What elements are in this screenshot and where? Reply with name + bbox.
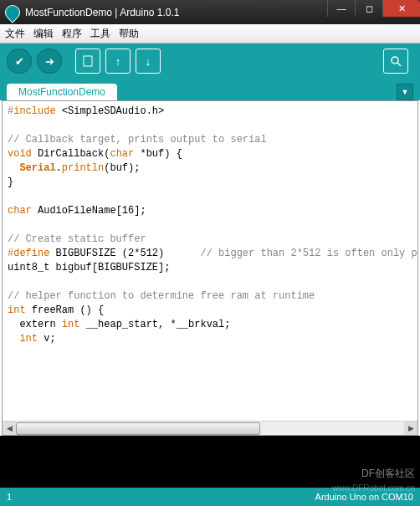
menu-bar: 文件 编辑 程序 工具 帮助 (0, 24, 420, 43)
open-button[interactable]: ↑ (105, 49, 131, 74)
scroll-right-arrow[interactable]: ▶ (404, 422, 417, 435)
toolbar: ✔ ➔ ↑ ↓ (0, 43, 420, 79)
maximize-button[interactable]: ◻ (355, 0, 382, 17)
code-text: #include (8, 105, 56, 117)
code-text: int (62, 319, 80, 330)
code-text: int (8, 333, 38, 345)
code-text: DirCallback( (32, 148, 110, 160)
window-controls: — ◻ ✕ (327, 0, 420, 24)
code-text: AudioFileName[16]; (32, 205, 146, 217)
code-text: v; (38, 333, 56, 345)
tab-menu-button[interactable]: ▼ (397, 84, 413, 100)
status-board-port: Arduino Uno on COM10 (315, 492, 413, 502)
code-text: BIGBUFSIZE (2*512) (49, 248, 200, 259)
menu-sketch[interactable]: 程序 (62, 27, 82, 41)
code-text: char (110, 148, 134, 160)
svg-line-2 (397, 63, 401, 66)
scroll-thumb[interactable] (16, 422, 260, 435)
horizontal-scrollbar[interactable]: ◀ ▶ (3, 421, 417, 435)
window-title: MostFunctionDemo | Arduino 1.0.1 (25, 7, 327, 18)
code-text: void (8, 148, 32, 160)
svg-rect-0 (84, 56, 92, 66)
code-text: extern (8, 319, 62, 330)
code-editor[interactable]: #include <SimpleSDAudio.h> // Callback t… (3, 101, 417, 421)
menu-file[interactable]: 文件 (5, 27, 25, 41)
status-bar: 1 Arduino Uno on COM10 (0, 488, 420, 506)
arduino-icon (2, 2, 23, 23)
save-button[interactable]: ↓ (136, 49, 161, 74)
menu-edit[interactable]: 编辑 (33, 27, 54, 41)
svg-point-1 (392, 57, 398, 64)
scroll-left-arrow[interactable]: ◀ (3, 422, 16, 435)
code-text: . (56, 162, 62, 174)
verify-button[interactable]: ✔ (7, 49, 32, 74)
menu-tools[interactable]: 工具 (90, 27, 110, 41)
code-text: // Callback target, prints output to ser… (8, 134, 267, 146)
tab-strip: MostFunctionDemo ▼ (0, 79, 420, 100)
code-text: // bigger than 2*512 is often only possi… (200, 248, 417, 259)
code-text: __heap_start, *__brkval; (79, 319, 230, 330)
code-text: // Create static buffer (8, 233, 146, 245)
code-text: int (8, 304, 26, 316)
new-button[interactable] (75, 49, 100, 74)
code-text: println (62, 162, 104, 174)
editor-pane: #include <SimpleSDAudio.h> // Callback t… (2, 100, 418, 436)
title-bar: MostFunctionDemo | Arduino 1.0.1 — ◻ ✕ (0, 0, 420, 24)
minimize-button[interactable]: — (327, 0, 355, 17)
close-button[interactable]: ✕ (382, 0, 420, 17)
code-text: *buf) { (134, 148, 182, 160)
code-text: (buf); (104, 162, 140, 174)
serial-monitor-button[interactable] (383, 49, 408, 74)
code-text: Serial (8, 162, 56, 174)
menu-help[interactable]: 帮助 (119, 27, 139, 41)
upload-button[interactable]: ➔ (37, 49, 62, 74)
code-text: uint8_t bigbuf[BIGBUFSIZE]; (8, 262, 170, 273)
code-text: <SimpleSDAudio.h> (56, 105, 165, 117)
console-output (0, 436, 420, 488)
tab-active[interactable]: MostFunctionDemo (7, 84, 117, 100)
code-text: freeRam () { (26, 304, 105, 316)
code-text: } (8, 176, 13, 188)
code-text: // helper function to determine free ram… (8, 290, 315, 302)
code-text: char (8, 205, 32, 217)
code-text: #define (8, 248, 49, 259)
status-line-number: 1 (7, 492, 12, 502)
